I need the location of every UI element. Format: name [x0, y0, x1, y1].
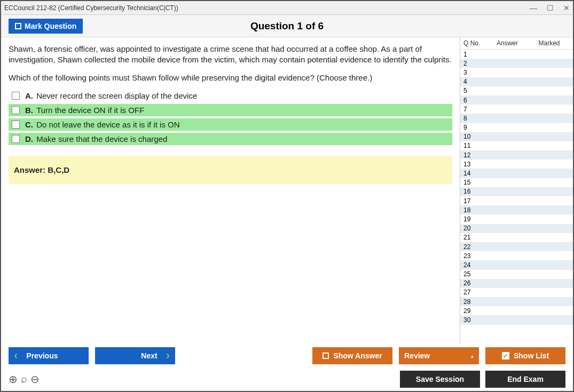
question-list-row[interactable]: 1 — [460, 50, 573, 59]
check-icon: ✓ — [502, 352, 509, 359]
save-session-button[interactable]: Save Session — [400, 371, 480, 388]
next-button[interactable]: Next — [95, 347, 175, 364]
question-list-row[interactable]: 15 — [460, 178, 573, 187]
question-list-row[interactable]: 18 — [460, 205, 573, 214]
app-window: ECCouncil 212-82 (Certified Cybersecurit… — [0, 0, 574, 392]
question-list-row[interactable]: 25 — [460, 270, 573, 279]
question-list-row[interactable]: 13 — [460, 159, 573, 169]
question-list-row[interactable]: 14 — [460, 169, 573, 178]
question-list-row[interactable]: 5 — [460, 86, 573, 95]
checkbox-icon — [15, 23, 21, 29]
option-text: A. Never record the screen display of th… — [25, 91, 197, 100]
show-list-label: Show List — [514, 351, 549, 360]
zoom-out-icon[interactable]: ⊖ — [30, 373, 40, 386]
question-number: 27 — [463, 289, 486, 296]
option-row[interactable]: A. Never record the screen display of th… — [9, 90, 452, 102]
option-label: C. — [25, 120, 35, 129]
question-list-row[interactable]: 7 — [460, 105, 573, 114]
question-number: 23 — [463, 252, 486, 260]
end-exam-button[interactable]: End Exam — [485, 371, 565, 388]
question-number: 14 — [463, 170, 486, 177]
question-list-row[interactable]: 30 — [460, 315, 573, 324]
question-number: 21 — [463, 234, 486, 241]
option-checkbox[interactable] — [12, 106, 20, 114]
previous-label: Previous — [26, 351, 58, 360]
show-list-button[interactable]: ✓ Show List — [485, 347, 565, 364]
question-list-row[interactable]: 11 — [460, 141, 573, 150]
show-answer-label: Show Answer — [333, 351, 382, 360]
minimize-icon[interactable]: — — [530, 4, 537, 12]
option-row[interactable]: D. Make sure that the device is charged — [9, 133, 452, 145]
question-number: 9 — [463, 124, 486, 131]
option-row[interactable]: B. Turn the device ON if it is OFF — [9, 104, 452, 116]
zoom-reset-icon[interactable]: ⌕ — [21, 373, 27, 386]
question-list-row[interactable]: 22 — [460, 242, 573, 251]
question-number: 4 — [463, 78, 486, 85]
question-list-row[interactable]: 8 — [460, 114, 573, 123]
question-list-row[interactable]: 2 — [460, 59, 573, 68]
question-list-row[interactable]: 3 — [460, 68, 573, 77]
question-content: Shawn, a forensic officer, was appointed… — [1, 37, 460, 344]
question-list-row[interactable]: 4 — [460, 77, 573, 86]
footer-nav-row: Previous Next Show Answer Review ✓ Show … — [1, 344, 573, 367]
question-list-row[interactable]: 24 — [460, 260, 573, 269]
show-answer-button[interactable]: Show Answer — [312, 347, 392, 364]
question-list[interactable]: 1234567891011121314151617181920212223242… — [460, 50, 573, 344]
question-number: 16 — [463, 188, 486, 195]
end-exam-label: End Exam — [507, 375, 544, 383]
question-number: 30 — [463, 316, 486, 324]
question-counter: Question 1 of 6 — [250, 20, 324, 32]
next-label: Next — [141, 351, 157, 360]
question-number: 7 — [463, 106, 486, 113]
question-list-row[interactable]: 29 — [460, 306, 573, 315]
question-number: 13 — [463, 161, 486, 168]
checkbox-icon — [323, 353, 329, 359]
col-qno: Q No. — [463, 39, 486, 47]
mark-question-label: Mark Question — [25, 22, 76, 30]
question-number: 17 — [463, 197, 486, 205]
question-number: 24 — [463, 261, 486, 269]
question-list-row[interactable]: 21 — [460, 233, 573, 242]
col-marked: Marked — [529, 39, 570, 47]
question-number: 3 — [463, 69, 486, 76]
maximize-icon[interactable]: ☐ — [547, 4, 554, 12]
options-container: A. Never record the screen display of th… — [9, 90, 452, 145]
question-list-row[interactable]: 28 — [460, 297, 573, 306]
question-list-row[interactable]: 27 — [460, 288, 573, 297]
question-text: Shawn, a forensic officer, was appointed… — [9, 44, 452, 66]
option-text: C. Do not leave the device as it is if i… — [25, 120, 180, 129]
header-row: Mark Question Question 1 of 6 — [1, 15, 573, 37]
question-number: 15 — [463, 179, 486, 186]
question-list-row[interactable]: 10 — [460, 132, 573, 141]
question-number: 5 — [463, 87, 486, 94]
zoom-in-icon[interactable]: ⊕ — [9, 373, 18, 386]
previous-button[interactable]: Previous — [9, 347, 89, 364]
question-list-row[interactable]: 19 — [460, 214, 573, 223]
question-list-row[interactable]: 26 — [460, 279, 573, 288]
question-list-row[interactable]: 6 — [460, 95, 573, 105]
question-list-row[interactable]: 16 — [460, 187, 573, 196]
main-row: Shawn, a forensic officer, was appointed… — [1, 37, 573, 344]
option-checkbox[interactable] — [12, 92, 20, 100]
question-list-row[interactable]: 20 — [460, 224, 573, 233]
question-number: 1 — [463, 51, 486, 58]
footer-util-row: ⊕ ⌕ ⊖ Save Session End Exam — [1, 367, 573, 391]
question-number: 20 — [463, 225, 486, 232]
close-icon[interactable]: ✕ — [563, 4, 570, 12]
question-number: 8 — [463, 115, 486, 122]
option-text: D. Make sure that the device is charged — [25, 134, 167, 143]
window-controls: — ☐ ✕ — [530, 4, 570, 12]
question-number: 26 — [463, 279, 486, 287]
option-row[interactable]: C. Do not leave the device as it is if i… — [9, 118, 452, 131]
question-list-row[interactable]: 12 — [460, 150, 573, 159]
question-list-row[interactable]: 17 — [460, 196, 573, 205]
question-list-row[interactable]: 9 — [460, 123, 573, 132]
review-button[interactable]: Review — [399, 347, 479, 364]
question-number: 28 — [463, 298, 486, 306]
col-answer: Answer — [486, 39, 529, 47]
option-checkbox[interactable] — [12, 135, 20, 143]
question-list-row[interactable]: 23 — [460, 251, 573, 260]
mark-question-button[interactable]: Mark Question — [9, 19, 83, 34]
question-number: 11 — [463, 142, 486, 149]
option-checkbox[interactable] — [12, 121, 20, 129]
